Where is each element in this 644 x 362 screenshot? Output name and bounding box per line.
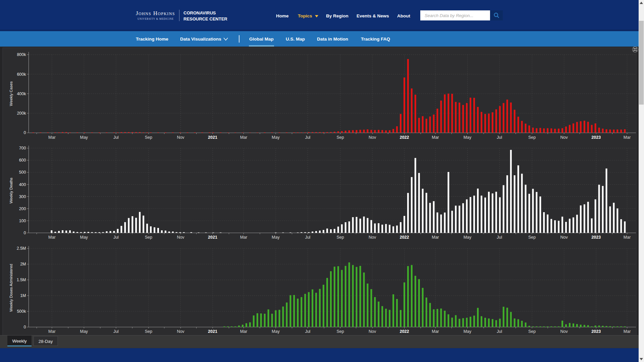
svg-text:300: 300 [19, 194, 26, 199]
svg-text:Sep: Sep [145, 235, 152, 240]
svg-text:Sep: Sep [145, 135, 152, 140]
svg-text:May: May [80, 329, 88, 334]
svg-text:Weekly Deaths: Weekly Deaths [9, 178, 13, 203]
svg-text:800k: 800k [17, 52, 26, 57]
svg-text:May: May [272, 135, 280, 140]
svg-text:May: May [464, 329, 472, 334]
svg-text:May: May [464, 135, 472, 140]
svg-text:Mar: Mar [48, 235, 56, 240]
svg-text:0: 0 [24, 130, 26, 135]
svg-text:May: May [464, 235, 472, 240]
svg-text:200k: 200k [17, 111, 26, 116]
svg-text:Mar: Mar [624, 329, 631, 334]
svg-text:Jul: Jul [305, 329, 310, 334]
svg-text:500: 500 [19, 170, 26, 175]
svg-text:Nov: Nov [177, 235, 184, 240]
svg-text:Mar: Mar [624, 135, 631, 140]
svg-text:Nov: Nov [560, 329, 568, 334]
svg-text:Nov: Nov [369, 135, 376, 140]
svg-text:Mar: Mar [432, 235, 439, 240]
svg-text:2023: 2023 [591, 135, 601, 140]
svg-text:1M: 1M [20, 293, 26, 298]
svg-text:May: May [272, 235, 280, 240]
svg-text:Mar: Mar [48, 135, 56, 140]
svg-text:Jul: Jul [497, 135, 502, 140]
svg-text:400k: 400k [17, 92, 26, 96]
svg-text:Nov: Nov [369, 235, 376, 240]
svg-text:100: 100 [19, 219, 26, 223]
svg-text:2022: 2022 [400, 135, 409, 140]
svg-text:2023: 2023 [591, 329, 601, 334]
svg-text:700: 700 [19, 146, 26, 150]
svg-text:200: 200 [19, 206, 26, 211]
svg-text:2023: 2023 [591, 235, 601, 240]
svg-text:Nov: Nov [177, 329, 184, 334]
svg-text:2021: 2021 [208, 135, 217, 140]
svg-text:Nov: Nov [560, 235, 568, 240]
svg-text:Weekly: Weekly [12, 339, 27, 344]
svg-text:May: May [272, 329, 280, 334]
svg-text:May: May [80, 235, 88, 240]
svg-text:Jul: Jul [497, 235, 502, 240]
svg-text:Mar: Mar [624, 235, 631, 240]
svg-text:600k: 600k [17, 72, 26, 77]
svg-text:Sep: Sep [336, 235, 344, 240]
svg-text:Jul: Jul [113, 329, 119, 334]
svg-text:400: 400 [19, 182, 26, 187]
svg-text:Sep: Sep [528, 235, 536, 240]
svg-text:2M: 2M [20, 262, 26, 266]
svg-text:Jul: Jul [305, 135, 310, 140]
svg-text:Jul: Jul [113, 235, 119, 240]
svg-text:Mar: Mar [432, 329, 439, 334]
svg-text:2022: 2022 [400, 235, 409, 240]
svg-text:0: 0 [24, 325, 26, 329]
svg-text:Mar: Mar [240, 135, 248, 140]
svg-text:Jul: Jul [113, 135, 119, 140]
svg-text:Sep: Sep [528, 135, 536, 140]
svg-text:2.5M: 2.5M [17, 246, 26, 251]
svg-text:600: 600 [19, 158, 26, 163]
svg-text:2021: 2021 [208, 235, 217, 240]
svg-text:Sep: Sep [145, 329, 152, 334]
svg-text:28-Day: 28-Day [39, 339, 53, 344]
svg-text:Mar: Mar [240, 329, 248, 334]
svg-text:2021: 2021 [208, 329, 217, 334]
svg-text:May: May [80, 135, 88, 140]
svg-text:Jul: Jul [497, 329, 502, 334]
svg-text:2022: 2022 [400, 329, 409, 334]
svg-text:Mar: Mar [48, 329, 56, 334]
svg-text:Sep: Sep [528, 329, 536, 334]
svg-text:Nov: Nov [177, 135, 184, 140]
svg-text:Weekly Cases: Weekly Cases [9, 81, 13, 106]
svg-text:0: 0 [24, 231, 26, 235]
svg-text:Nov: Nov [560, 135, 568, 140]
svg-text:500k: 500k [17, 309, 26, 314]
svg-text:Sep: Sep [336, 329, 344, 334]
svg-text:Sep: Sep [336, 135, 344, 140]
svg-text:Mar: Mar [240, 235, 248, 240]
svg-text:Nov: Nov [369, 329, 376, 334]
svg-text:Weekly Doses Administered: Weekly Doses Administered [9, 264, 13, 312]
svg-text:Jul: Jul [305, 235, 310, 240]
svg-text:Mar: Mar [432, 135, 439, 140]
svg-text:1.5M: 1.5M [17, 278, 26, 282]
